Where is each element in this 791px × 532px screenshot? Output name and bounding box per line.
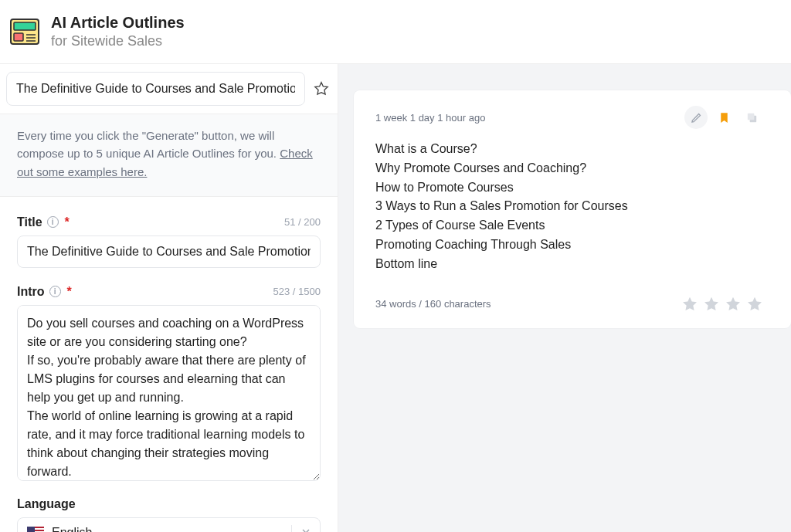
result-stats: 34 words / 160 characters <box>375 298 491 310</box>
outline-list: What is a Course?Why Promote Courses and… <box>375 140 763 274</box>
title-counter: 51 / 200 <box>284 216 321 228</box>
star-icon[interactable] <box>681 296 698 313</box>
info-box: Every time you click the "Generate" butt… <box>0 114 338 197</box>
bookmark-icon <box>718 111 731 124</box>
info-icon: i <box>49 286 61 297</box>
language-label: Language <box>17 497 321 511</box>
app-subtitle: for Sitewide Sales <box>51 33 185 49</box>
star-icon[interactable] <box>746 296 763 313</box>
language-value: English <box>52 526 92 532</box>
svg-rect-2 <box>14 33 23 41</box>
star-icon[interactable] <box>725 296 742 313</box>
outline-line: Promoting Coaching Through Sales <box>375 236 763 255</box>
intro-label: Intro i * <box>17 285 72 299</box>
svg-rect-7 <box>747 113 754 120</box>
title-input[interactable] <box>17 236 321 268</box>
result-card: 1 week 1 day 1 hour ago What is a Course… <box>354 90 791 328</box>
result-timestamp: 1 week 1 day 1 hour ago <box>375 112 485 124</box>
pencil-icon <box>691 112 702 124</box>
favorite-star-button[interactable] <box>311 79 331 99</box>
svg-rect-1 <box>14 22 36 30</box>
left-panel: Every time you click the "Generate" butt… <box>0 64 338 532</box>
title-label: Title i * <box>17 215 70 229</box>
info-icon: i <box>47 216 59 228</box>
chevron-down-icon <box>291 525 312 532</box>
rating-stars[interactable] <box>681 296 763 313</box>
edit-button[interactable] <box>684 106 708 129</box>
language-select[interactable]: English <box>17 517 321 532</box>
star-icon[interactable] <box>703 296 720 313</box>
app-header: AI Article Outlines for Sitewide Sales <box>0 0 791 64</box>
right-panel: 1 week 1 day 1 hour ago What is a Course… <box>338 64 791 532</box>
outline-line: 2 Types of Course Sale Events <box>375 216 763 236</box>
info-text: Every time you click the "Generate" butt… <box>17 129 280 160</box>
intro-counter: 523 / 1500 <box>273 286 321 297</box>
outline-line: 3 Ways to Run a Sales Promotion for Cour… <box>375 197 763 216</box>
us-flag-icon <box>27 527 44 532</box>
intro-textarea[interactable] <box>17 305 321 481</box>
bookmark-button[interactable] <box>712 106 735 129</box>
star-icon <box>314 81 329 97</box>
app-logo-icon <box>9 16 40 47</box>
copy-button[interactable] <box>740 106 763 129</box>
outline-line: Why Promote Courses and Coaching? <box>375 159 763 178</box>
required-mark: * <box>65 215 70 229</box>
outline-line: What is a Course? <box>375 140 763 159</box>
app-title: AI Article Outlines <box>51 14 185 32</box>
doc-name-input[interactable] <box>6 72 305 106</box>
outline-line: How to Promote Courses <box>375 178 763 198</box>
required-mark: * <box>67 285 72 299</box>
copy-icon <box>745 111 759 124</box>
outline-line: Bottom line <box>375 255 763 274</box>
